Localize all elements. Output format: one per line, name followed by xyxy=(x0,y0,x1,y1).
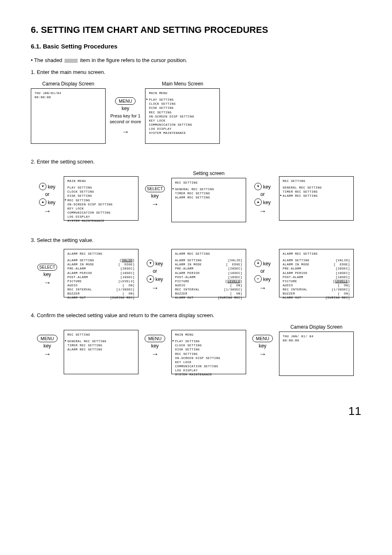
rec-setting-screen-b: REC SETTING GENERAL REC SETTING TIMER RE… xyxy=(279,176,354,221)
arrow-icon: → xyxy=(259,284,266,292)
setting-screen-label: Setting screen xyxy=(193,170,225,176)
menu-key-button: MENU xyxy=(145,335,165,342)
arrow-icon: → xyxy=(259,207,266,216)
arrow-icon: → xyxy=(122,128,129,136)
step3-text: 3. Select the setting value. xyxy=(31,237,361,243)
up-key-icon xyxy=(39,198,46,206)
step2-text: 2. Enter the setting screen. xyxy=(31,159,361,165)
minus-key-icon xyxy=(254,275,262,283)
arrow-icon: → xyxy=(151,284,159,292)
plus-key-icon xyxy=(254,260,262,267)
page-number: 11 xyxy=(31,405,361,418)
camera-screen-b: THU JAN/ 01/ 04 00:00:00 xyxy=(279,332,354,376)
press-note: Press key for 1second or more xyxy=(110,113,141,125)
rec-setting-screen: REC SETTING GENERAL REC SETTING TIMER RE… xyxy=(171,178,246,222)
alarm-rec-screen-c: ALARM REC SETTING ALARM SETTING[VALID]AL… xyxy=(279,249,354,297)
main-menu-screen-c: MAIN MENU PLAY SETTING CLOCK SETTING DIS… xyxy=(171,330,246,374)
down-key-icon xyxy=(254,183,262,190)
or-text: or xyxy=(45,191,50,197)
main-menu-label: Main Menu Screen xyxy=(162,81,203,87)
arrow-icon: → xyxy=(259,350,266,359)
up-key-icon xyxy=(147,275,154,283)
select-key-button: SELECT xyxy=(145,185,165,192)
main-menu-screen-b: MAIN MENU PLAY SETTING CLOCK SETTING DIS… xyxy=(64,176,138,221)
step4-text: 4. Confirm the selected setting value an… xyxy=(31,312,361,318)
arrow-icon: → xyxy=(151,200,159,209)
menu-key-button: MENU xyxy=(252,335,273,342)
select-key-button: SELECT xyxy=(37,264,58,271)
down-key-icon xyxy=(39,183,46,190)
up-key-icon xyxy=(254,198,262,206)
shaded-swatch xyxy=(65,59,78,63)
down-key-icon xyxy=(147,260,154,267)
camera-screen: THU JAN/01/04 00:00:00 xyxy=(31,88,106,144)
alarm-rec-screen-a: ALARM REC SETTING ALARM SETTING[VALID]AL… xyxy=(64,249,138,297)
step1-text: 1. Enter the main menu screen. xyxy=(31,69,361,75)
arrow-icon: → xyxy=(151,350,159,359)
arrow-icon: → xyxy=(44,350,51,359)
intro-text: • The shaded item in the figure refers t… xyxy=(31,57,361,63)
key-label: key xyxy=(122,106,129,111)
arrow-icon: → xyxy=(44,279,51,287)
menu-key-button: MENU xyxy=(37,335,58,342)
main-menu-screen: MAIN MENU PLAY SETTING CLOCK SETTING DIS… xyxy=(145,88,220,144)
camera-display-label: Camera Display Screen xyxy=(42,81,95,87)
alarm-rec-screen-b: ALARM REC SETTING ALARM SETTING[VALID]AL… xyxy=(171,249,246,297)
section-title: 6.1. Basic Setting Procedures xyxy=(31,43,361,50)
menu-key-button: MENU xyxy=(115,97,136,105)
arrow-icon: → xyxy=(44,207,51,216)
page-title: 6. SETTING ITEM CHART AND SETTING PROCED… xyxy=(31,25,361,35)
rec-setting-screen-c: REC SETTING GENERAL REC SETTING TIMER RE… xyxy=(64,330,138,374)
camera-display-label-b: Camera Display Screen xyxy=(291,324,343,330)
